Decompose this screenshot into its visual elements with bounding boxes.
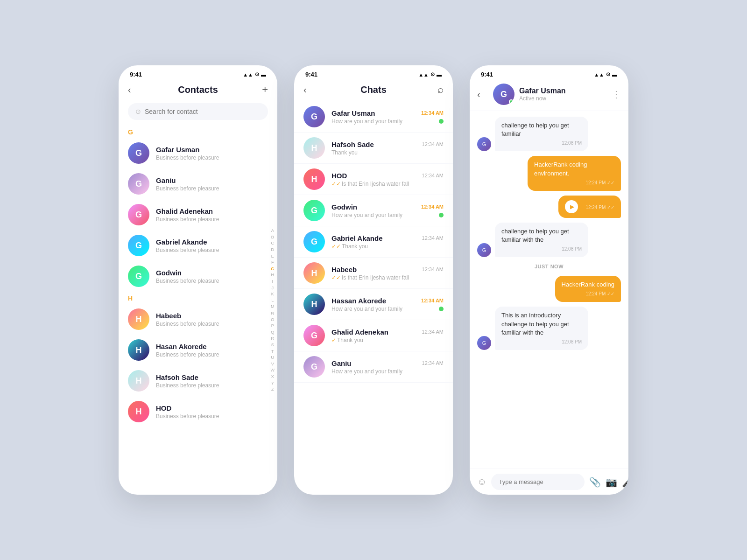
chat-contact-status: Active now: [519, 95, 607, 102]
chat-avatar: G: [303, 231, 325, 252]
contacts-list: G G Gafar Usman Business before pleasure…: [119, 126, 277, 495]
alpha-index-letter[interactable]: A: [271, 228, 274, 234]
chat-meta: HOD 12:34 AM ✓✓Is that Erin Ijesha water…: [331, 172, 444, 187]
message-input[interactable]: [491, 474, 585, 490]
message-row: HackerRank coding 12:24 PM ✓✓: [477, 276, 621, 302]
contact-info: Habeeb Business before pleasure: [156, 312, 268, 327]
alpha-index-letter[interactable]: R: [271, 336, 275, 342]
chat-messages: G challenge to help you get familiar 12:…: [470, 111, 628, 469]
alpha-index-letter[interactable]: I: [272, 279, 273, 285]
chat-time: 12:34 AM: [422, 266, 444, 272]
chat-meta: Godwin 12:34 AM How are you and your fam…: [331, 203, 444, 218]
alpha-index-letter[interactable]: G: [271, 266, 274, 272]
contact-subtitle: Business before pleasure: [156, 278, 268, 284]
contact-info: Hasan Akorede Business before pleasure: [156, 343, 268, 358]
alpha-index-letter[interactable]: U: [271, 355, 275, 361]
alpha-index-letter[interactable]: X: [271, 374, 274, 380]
alpha-index-letter[interactable]: F: [271, 259, 274, 266]
alpha-index-letter[interactable]: V: [271, 361, 274, 367]
status-bar-chat: 9:41 ▲▲ ⊙ ▬: [470, 65, 628, 80]
battery-icon: ▬: [261, 72, 266, 77]
chat-list-item[interactable]: G Gafar Usman 12:34 AM How are you and y…: [294, 101, 453, 133]
alpha-index-letter[interactable]: E: [271, 253, 274, 259]
contact-subtitle: Business before pleasure: [156, 185, 268, 192]
chat-preview-row: ✓Thank you: [331, 337, 444, 343]
back-button[interactable]: ‹: [477, 89, 488, 100]
alpha-index-letter[interactable]: Q: [271, 329, 274, 336]
chat-meta: Hafsoh Sade 12:34 AM Thank you: [331, 140, 444, 156]
chat-preview-row: ✓✓Thank you: [331, 243, 444, 250]
add-contact-button[interactable]: +: [257, 84, 268, 96]
chat-name-row: Hafsoh Sade 12:34 AM: [331, 140, 444, 148]
alpha-index-letter[interactable]: H: [271, 272, 275, 278]
contact-item[interactable]: H Hafsoh Sade Business before pleasure: [119, 365, 277, 396]
alpha-index-letter[interactable]: S: [271, 342, 274, 348]
alpha-index-letter[interactable]: J: [272, 285, 274, 291]
contact-item[interactable]: H Habeeb Business before pleasure: [119, 304, 277, 335]
contact-item[interactable]: H Hasan Akorede Business before pleasure: [119, 335, 277, 365]
contact-name: Hafsoh Sade: [156, 373, 268, 381]
alpha-index-letter[interactable]: W: [271, 367, 275, 373]
contact-item[interactable]: H HOD Business before pleasure: [119, 396, 277, 427]
chat-list-item[interactable]: H Hafsoh Sade 12:34 AM Thank you: [294, 133, 453, 164]
chat-list-item[interactable]: H Habeeb 12:34 AM ✓✓Is that Erin Ijesha …: [294, 258, 453, 289]
chat-list-item[interactable]: G Godwin 12:34 AM How are you and your f…: [294, 195, 453, 226]
chat-list-item[interactable]: H HOD 12:34 AM ✓✓Is that Erin Ijesha wat…: [294, 164, 453, 195]
contact-item[interactable]: G Ghalid Adenekan Business before pleasu…: [119, 199, 277, 230]
alpha-index-letter[interactable]: Z: [271, 386, 274, 392]
contact-item[interactable]: G Gafar Usman Business before pleasure: [119, 138, 277, 168]
contact-avatar: H: [128, 370, 149, 392]
message-bubble: challenge to help you get familiar with …: [495, 223, 588, 257]
unread-dot: [439, 213, 444, 217]
message-divider: JUST NOW: [477, 264, 621, 269]
chat-name-row: Ganiu 12:34 AM: [331, 359, 444, 367]
alpha-index-letter[interactable]: K: [271, 291, 274, 297]
message-time: 12:24 PM ✓✓: [562, 291, 614, 297]
alpha-index-letter[interactable]: D: [271, 247, 275, 253]
status-bar-contacts: 9:41 ▲▲ ⊙ ▬: [119, 65, 277, 80]
chat-avatar: G: [303, 325, 325, 346]
chat-time: 12:34 AM: [422, 329, 444, 335]
alpha-index-letter[interactable]: C: [271, 240, 275, 246]
alpha-index-letter[interactable]: T: [271, 349, 274, 355]
camera-button[interactable]: 📷: [606, 476, 617, 488]
alpha-index-letter[interactable]: L: [271, 298, 274, 304]
alpha-index-letter[interactable]: M: [271, 304, 275, 310]
alpha-index-letter[interactable]: P: [271, 323, 274, 329]
message-bubble: challenge to help you get familiar 12:08…: [495, 117, 588, 151]
online-indicator: [509, 99, 514, 104]
emoji-button[interactable]: ☺: [477, 476, 486, 487]
chat-preview-row: How are you and your family: [331, 306, 444, 312]
attachment-button[interactable]: 📎: [589, 476, 601, 488]
contact-item[interactable]: G Ganiu Business before pleasure: [119, 168, 277, 199]
chat-meta: Gafar Usman 12:34 AM How are you and you…: [331, 109, 444, 125]
chats-title: Chats: [315, 84, 432, 95]
back-button[interactable]: ‹: [128, 84, 139, 95]
alpha-index-letter[interactable]: Y: [271, 380, 274, 386]
contact-subtitle: Business before pleasure: [156, 216, 268, 223]
chat-name-row: Hassan Akorede 12:34 AM: [331, 297, 444, 305]
search-chats-button[interactable]: ⌕: [432, 84, 444, 96]
search-input[interactable]: [145, 108, 261, 115]
chat-meta: Ghalid Adenekan 12:34 AM ✓Thank you: [331, 328, 444, 343]
more-options-button[interactable]: ⋮: [612, 89, 621, 100]
chat-list-item[interactable]: G Ganiu 12:34 AM How are you and your fa…: [294, 351, 453, 383]
play-button[interactable]: ▶: [565, 200, 578, 213]
status-icons: ▲▲ ⊙ ▬: [418, 71, 442, 77]
chat-preview-row: ✓✓Is that Erin Ijesha water fall: [331, 274, 444, 281]
chat-list-item[interactable]: G Ghalid Adenekan 12:34 AM ✓Thank you: [294, 320, 453, 351]
contact-info: HOD Business before pleasure: [156, 404, 268, 420]
alpha-index-letter[interactable]: B: [271, 234, 274, 240]
mic-button[interactable]: 🎤: [622, 476, 628, 488]
chat-list-item[interactable]: H Hassan Akorede 12:34 AM How are you an…: [294, 289, 453, 320]
back-button[interactable]: ‹: [303, 84, 315, 95]
alpha-index-letter[interactable]: N: [271, 310, 275, 316]
contacts-phone: 9:41 ▲▲ ⊙ ▬ ‹ Contacts + ⊙ G G Gafar Usm…: [119, 65, 277, 495]
chat-list-item[interactable]: G Gabriel Akande 12:34 AM ✓✓Thank you: [294, 226, 453, 258]
contact-avatar: G: [128, 266, 149, 287]
contact-item[interactable]: G Gabriel Akande Business before pleasur…: [119, 230, 277, 261]
contact-item[interactable]: G Godwin Business before pleasure: [119, 261, 277, 292]
alpha-index-letter[interactable]: O: [271, 317, 274, 323]
status-icons: ▲▲ ⊙ ▬: [243, 71, 266, 77]
contact-name: Ghalid Adenekan: [156, 207, 268, 215]
